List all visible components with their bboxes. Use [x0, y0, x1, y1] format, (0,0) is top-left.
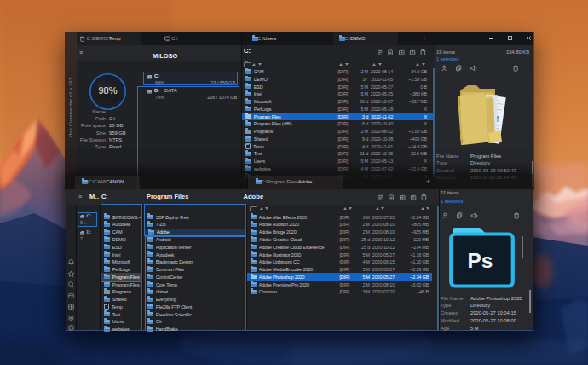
svg-text:Ps: Ps: [468, 248, 493, 271]
